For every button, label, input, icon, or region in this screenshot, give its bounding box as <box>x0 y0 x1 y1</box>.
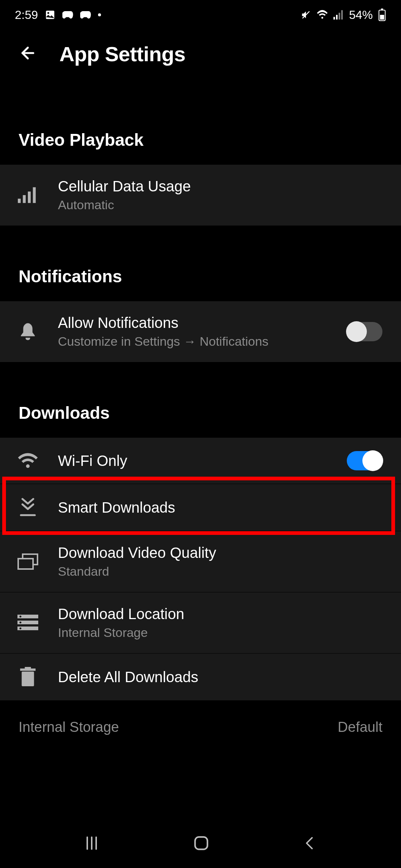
allow-notif-title: Allow Notifications <box>58 315 330 331</box>
allow-notif-sub: Customize in Settings → Notifications <box>58 334 330 349</box>
bell-icon <box>15 322 41 342</box>
svg-rect-5 <box>341 10 343 19</box>
storage-value: Default <box>338 719 382 735</box>
status-bar: 2:59 54% <box>0 0 401 30</box>
row-download-location[interactable]: Download Location Internal Storage <box>0 592 401 654</box>
location-title: Download Location <box>58 606 386 622</box>
svg-rect-7 <box>381 9 383 10</box>
wifi-only-toggle[interactable] <box>347 451 382 470</box>
svg-rect-9 <box>18 199 21 203</box>
row-cellular-data[interactable]: Cellular Data Usage Automatic <box>0 165 401 226</box>
controller-icon-2 <box>80 11 91 19</box>
row-smart-downloads[interactable]: Smart Downloads <box>0 484 401 531</box>
cellular-title: Cellular Data Usage <box>58 178 386 195</box>
svg-rect-14 <box>18 559 33 569</box>
section-header-video-playback: Video Playback <box>0 78 401 165</box>
svg-point-1 <box>48 12 49 14</box>
smart-downloads-icon <box>15 497 41 517</box>
svg-point-20 <box>19 627 21 629</box>
recents-button[interactable] <box>83 834 101 854</box>
cellular-sub: Automatic <box>58 198 386 212</box>
status-left: 2:59 <box>15 8 101 22</box>
quality-title: Download Video Quality <box>58 545 386 561</box>
smart-downloads-title: Smart Downloads <box>58 499 386 516</box>
controller-icon <box>62 11 74 19</box>
signal-bars-icon <box>15 187 41 203</box>
svg-rect-4 <box>339 13 340 19</box>
svg-rect-3 <box>336 15 338 20</box>
back-button[interactable] <box>19 44 37 64</box>
section-header-downloads: Downloads <box>0 362 401 438</box>
storage-label: Internal Storage <box>19 719 119 735</box>
status-right: 54% <box>301 8 386 22</box>
location-sub: Internal Storage <box>58 625 386 640</box>
storage-icon <box>15 615 41 631</box>
app-bar: App Settings <box>0 30 401 78</box>
delete-all-title: Delete All Downloads <box>58 669 386 685</box>
row-internal-storage: Internal Storage Default <box>0 701 401 735</box>
row-wifi-only[interactable]: Wi-Fi Only <box>0 438 401 484</box>
row-allow-notifications[interactable]: Allow Notifications Customize in Setting… <box>0 301 401 362</box>
svg-point-18 <box>19 615 21 617</box>
mute-icon <box>301 10 311 20</box>
wifi-only-title: Wi-Fi Only <box>58 453 330 469</box>
svg-rect-12 <box>33 187 36 203</box>
signal-icon <box>333 10 344 20</box>
svg-rect-10 <box>23 195 26 203</box>
status-time: 2:59 <box>15 8 38 22</box>
status-dot <box>98 13 101 16</box>
svg-rect-27 <box>195 837 207 849</box>
fade-overlay <box>0 798 401 820</box>
quality-icon <box>15 553 41 570</box>
svg-rect-8 <box>380 15 384 20</box>
row-delete-all[interactable]: Delete All Downloads <box>0 654 401 701</box>
home-button[interactable] <box>192 834 211 854</box>
battery-icon <box>378 9 386 21</box>
nav-bar <box>0 820 401 868</box>
svg-rect-2 <box>333 17 335 20</box>
back-nav-button[interactable] <box>302 835 318 853</box>
row-download-quality[interactable]: Download Video Quality Standard <box>0 531 401 592</box>
svg-rect-21 <box>22 671 34 686</box>
allow-notifications-toggle[interactable] <box>347 322 382 341</box>
wifi-icon <box>316 10 328 20</box>
picture-icon <box>45 9 56 20</box>
quality-sub: Standard <box>58 564 386 579</box>
svg-point-19 <box>19 621 21 623</box>
page-title: App Settings <box>59 42 185 66</box>
svg-rect-23 <box>25 667 31 669</box>
wifi-icon-row <box>15 453 41 469</box>
section-header-notifications: Notifications <box>0 226 401 301</box>
status-battery-text: 54% <box>349 8 373 22</box>
svg-rect-11 <box>28 191 31 203</box>
trash-icon <box>15 667 41 687</box>
